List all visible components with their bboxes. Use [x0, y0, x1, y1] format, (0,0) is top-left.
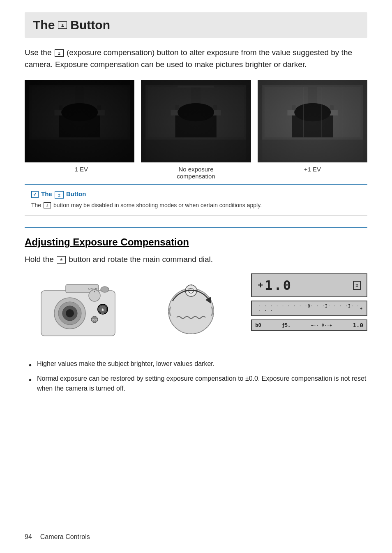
ev-icon-instruction: ±: [57, 256, 66, 264]
svg-text:ISO: ISO: [92, 319, 97, 322]
page-category: Camera Controls: [40, 533, 90, 541]
lcd-value: 1.0: [265, 278, 292, 293]
ev-icon-intro: ±: [55, 49, 64, 57]
diagrams-row: ± ISO ON•OFF: [25, 273, 367, 349]
title-text-the: The: [33, 18, 55, 32]
image-dark: [25, 80, 134, 162]
page-header: The ± Button: [25, 12, 367, 38]
scale-dots: · · · · · · · · ·0· · ·I· · · ·I· · · · …: [258, 304, 360, 313]
lcd-container: + 1.0 ± – · · · · · · · · ·0· · ·I· · · …: [251, 273, 367, 331]
bullet-list: Higher values make the subject brighter,…: [29, 359, 367, 393]
lcd-bottom-panel: b0 ƒ5. –·· 0··+ 1.0: [251, 319, 367, 331]
svg-rect-10: [25, 80, 134, 162]
intro-paragraph: Use the ± (exposure compensation) button…: [25, 47, 367, 70]
bullet-1: Higher values make the subject brighter,…: [29, 359, 367, 369]
svg-rect-22: [141, 80, 251, 162]
dial-svg: [158, 278, 224, 344]
page-number: 94: [25, 533, 32, 541]
scale-right: +: [360, 306, 362, 311]
note-header: ✓ The ± Button: [31, 190, 361, 198]
note-title: The ± Button: [41, 190, 86, 198]
lcd-scale-panel: – · · · · · · · · ·0· · ·I· · · ·I· · · …: [251, 301, 367, 316]
lcd-plus: +: [258, 280, 263, 291]
title-text-button: Button: [70, 18, 110, 32]
label-mid: No exposurecompensation: [177, 166, 215, 180]
page-footer: 94 Camera Controls: [25, 533, 90, 541]
svg-rect-37: [258, 80, 367, 162]
svg-text:±: ±: [101, 308, 104, 312]
camera-svg: ± ISO ON•OFF: [37, 278, 119, 344]
label-light: +1 EV: [304, 166, 321, 173]
image-mid: [141, 80, 251, 162]
lcd-ev-icon: ±: [353, 281, 361, 290]
ev-icon-header: ±: [58, 21, 67, 29]
section-title: Adjusting Exposure Compensation: [25, 227, 367, 248]
image-col-dark: –1 EV: [25, 80, 134, 180]
image-col-mid: No exposurecompensation: [141, 80, 251, 180]
lcd-bottom-scale: –·· 0··+: [311, 323, 332, 327]
lcd-top-panel: + 1.0 ±: [251, 273, 367, 297]
label-dark: –1 EV: [71, 166, 88, 173]
note-box: ✓ The ± Button The ± button may be disab…: [25, 184, 367, 215]
diagram-command-dial: [138, 273, 245, 349]
svg-point-43: [66, 309, 74, 317]
lcd-bottom-value: 1.0: [353, 322, 363, 329]
lcd-aperture: ƒ5.: [282, 322, 291, 328]
image-light: [258, 80, 367, 162]
note-check-icon: ✓: [31, 191, 39, 198]
lcd-shutter: b0: [255, 322, 261, 328]
exposure-images-row: –1 EV: [25, 80, 367, 180]
diagram-camera-body: ± ISO ON•OFF: [25, 273, 131, 349]
note-body: The ± button may be disabled in some sho…: [31, 201, 361, 210]
svg-text:ON•OFF: ON•OFF: [88, 287, 99, 290]
image-col-light: +1 EV: [258, 80, 367, 180]
header-title: The ± Button: [33, 18, 359, 32]
bullet-2: Normal exposure can be restored by setti…: [29, 374, 367, 393]
svg-point-50: [101, 287, 109, 292]
instruction-text: Hold the ± button and rotate the main co…: [25, 254, 367, 266]
